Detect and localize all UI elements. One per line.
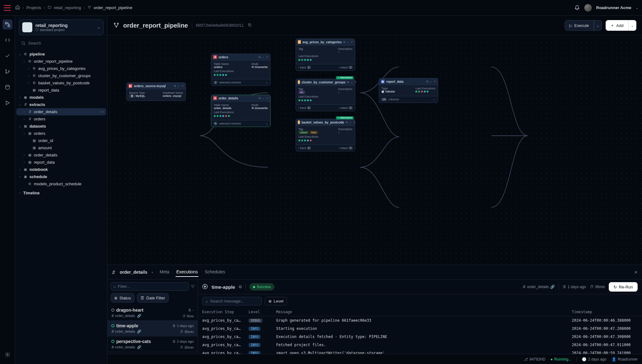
add-button[interactable]: ＋Add [606,20,628,31]
crumb-projects[interactable]: Projects [26,5,41,10]
copy-icon[interactable]: ⧉ [239,284,242,289]
play-icon [202,284,208,290]
rail-db-icon[interactable] [3,82,13,92]
page-hash: 665f72be0e8a4b063883cf11 [196,23,244,28]
status-time: 🕓 2 days ago [582,357,607,361]
tree-timeline[interactable]: ›Timeline [16,189,106,197]
project-subtitle: ⎔ standard project [35,28,94,32]
search-icon [21,41,26,45]
copy-icon[interactable]: ⧉ [174,84,176,88]
tree-order-details-extract[interactable]: ›⇵order_details⋯ [16,108,106,115]
svg-point-11 [114,23,115,24]
tree-pipeline[interactable]: ⌄⧉pipeline [16,50,106,58]
log-row: avg_prices_by_ca…DEBUGGraph generated fo… [198,316,642,324]
svg-point-5 [6,70,7,71]
tree-orp[interactable]: ⌄⧉order_report_pipeline [16,58,106,65]
log-row: avg_prices_by_ca…INFOsmart_open.s3.Multi… [198,349,642,354]
bell-icon[interactable] [574,4,580,11]
exec-name: time-apple [212,284,235,290]
rail-pipelines-icon[interactable] [3,19,13,29]
node-orders[interactable]: ⇵orders⧉⌕↗ Table NameordersMode⟲ Overwri… [211,54,271,86]
tree-order-id[interactable]: ▦order_id [16,137,106,144]
node-report-data[interactable]: ▦report_data⧉⌕↗ Type▦ TabularLast Execut… [379,78,438,103]
node-apc[interactable]: ⚙avg_prices_by_categories⧉⌕↗ TagDescript… [296,39,355,71]
tab-schedules[interactable]: Schedules [204,267,226,277]
log-row: avg_prices_by_ca…INFOFetched project fil… [198,341,642,349]
filter-icon[interactable]: ▽ [191,284,194,289]
tree-amount[interactable]: ▦amount [16,144,106,151]
execute-caret[interactable]: ⌄ [594,20,602,31]
more-icon[interactable]: ⋯ [100,109,104,114]
svg-point-12 [117,23,118,24]
tree-cbg[interactable]: ›⚙cluster_by_customer_groups [16,72,106,79]
status-hash[interactable]: ⎇ 84792HD [524,357,545,361]
svg-point-1 [90,6,91,7]
svg-rect-4 [8,25,9,27]
copy-icon[interactable] [248,23,252,28]
crumb-repo[interactable]: retail_reporting [54,5,81,10]
user-menu-chevron[interactable]: ⌄ [636,6,638,9]
rail-play-icon[interactable] [3,98,13,108]
tree-bvp[interactable]: ›⚙basket_values_by_postcode [16,79,106,87]
close-icon[interactable]: ✕ [634,270,638,275]
tree-notebook[interactable]: ›▣notebook [16,166,106,173]
tree-mps[interactable]: ⧉models_product_schedule [16,180,106,187]
rail-settings-icon[interactable] [3,350,13,360]
log-row: avg_prices_by_ca…INFOExecution details f… [198,333,642,341]
panel-extract-icon: ⇵ [112,270,115,275]
status-running: ● Running... [550,357,571,361]
search-icon[interactable]: ⌕ [178,84,179,88]
rail-check-icon[interactable] [3,51,13,61]
status-button[interactable]: ⊕Status [111,293,134,303]
exec-item[interactable]: dragon-heart🗓 - ⇵ order_details 🔗⏱ Now [108,305,197,321]
log-search-input[interactable]: ⌕Search message... [202,297,262,305]
add-caret[interactable]: ⌄ [628,20,636,31]
tree-datasets[interactable]: ⌄▦datasets [16,123,106,130]
svg-point-7 [8,71,9,71]
date-filter-button[interactable]: 🗓Date Filter [137,293,169,303]
rail-code-icon[interactable] [3,35,13,45]
exec-item[interactable]: perspective-cats🗓 2 days ago ⇵ order_det… [108,336,197,352]
svg-point-2 [89,8,90,8]
tree-extracts[interactable]: ⌄⇵extracts [16,101,106,108]
exec-item[interactable]: time-apple🗓 1 days ago ⇵ order_details 🔗… [108,321,197,336]
project-selector[interactable]: retail_reporting ⎔ standard project ⌄ [19,19,103,35]
ext-link[interactable]: ⇵ order_details 🔗 [523,285,555,289]
open-icon[interactable]: ↗ [181,84,184,88]
execute-split: ▷Execute ⌄ [565,20,602,31]
tree-schedule[interactable]: ›▣schedule [16,173,106,180]
tree-models[interactable]: ›▣models [16,94,106,101]
hamburger-menu[interactable] [4,5,11,11]
tree-orders-ds[interactable]: ›▦orders [16,130,106,137]
node-cbg[interactable]: ✓ Materialized ⚙cluster_by_customer_grou… [296,79,355,111]
execute-button[interactable]: ▷Execute [565,20,594,31]
rail-branch-icon[interactable] [3,66,13,76]
sidebar-search[interactable]: Search [19,39,103,47]
project-name: retail_reporting [35,23,94,28]
node-bvp[interactable]: ✓ Materialized ⚙basket_values_by_postcod… [296,119,355,151]
tree-od-ds[interactable]: ›▦order_details [16,151,106,159]
tree-orders-extract[interactable]: ›⇵orders [16,115,106,123]
svg-rect-3 [5,22,7,24]
level-button[interactable]: ⊕Level [265,297,287,305]
tree-rd[interactable]: ▦report_data [16,87,106,94]
project-chevron[interactable]: ⌄ [97,26,100,29]
pipeline-canvas[interactable]: ◧orders_source-mysql⧉⌕↗ Source Type🛢 MyS… [108,35,642,265]
tree-apc[interactable]: ›⚙avg_prices_by_categories [16,65,106,72]
avatar[interactable] [584,4,592,12]
filter-input[interactable]: ⌕Filter... [111,282,189,291]
home-icon[interactable] [15,5,20,11]
tree-rd-ds[interactable]: ›▦report_data [16,159,106,166]
panel-entity: order_details [120,270,147,275]
sidebar-tree: ⌄⧉pipeline ⌄⧉order_report_pipeline ›⚙avg… [15,50,107,364]
svg-point-9 [7,354,8,356]
node-order-details[interactable]: ⇵order_details⧉⌕↗ Table Nameorder_detail… [211,95,271,127]
pipeline-icon [87,5,91,10]
user-name[interactable]: Roadrunner Acme [596,5,631,10]
tab-executions[interactable]: Executions [176,267,198,277]
svg-point-6 [6,72,7,73]
tab-meta[interactable]: Meta [159,267,170,277]
rerun-button[interactable]: ↻Re-Run [609,282,638,292]
node-source[interactable]: ◧orders_source-mysql⧉⌕↗ Source Type🛢 MyS… [126,82,186,101]
pipeline-icon [113,22,119,29]
